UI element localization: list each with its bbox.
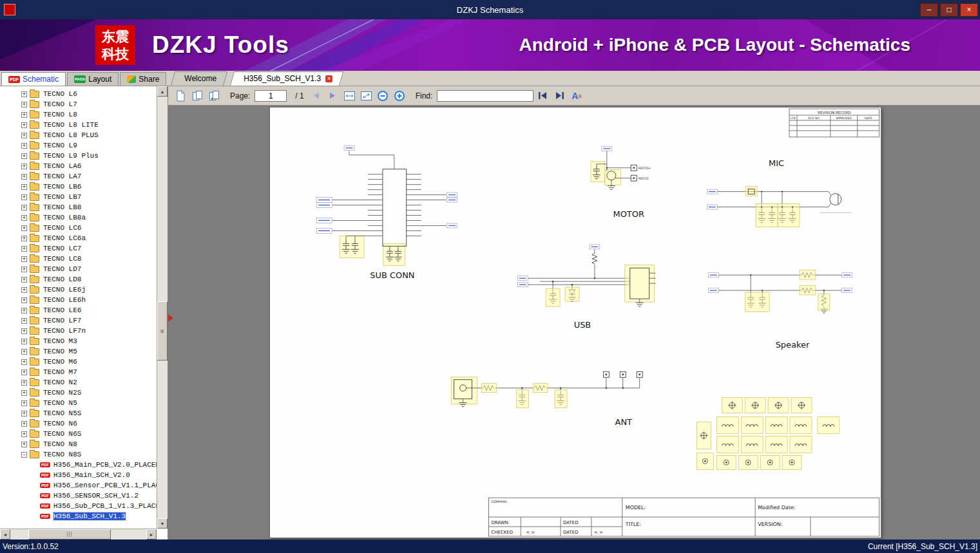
scroll-up-icon[interactable]: ▲ (157, 86, 168, 97)
expand-icon[interactable]: + (21, 318, 27, 324)
tree-folder-row[interactable]: + TECNO M3 (0, 336, 157, 346)
expand-icon[interactable]: + (21, 184, 27, 190)
tree-file-row[interactable]: PDF H356_Sensor_PCB_V1.1_PLAC (0, 480, 157, 491)
expand-icon[interactable]: + (21, 122, 27, 128)
tree-folder-row[interactable]: + TECNO LC8 (0, 254, 157, 264)
tab-close-icon[interactable]: × (325, 75, 332, 82)
tree-folder-row[interactable]: + TECNO LC6a (0, 233, 157, 243)
fit-width-button[interactable] (342, 88, 357, 103)
expand-icon[interactable]: + (21, 205, 27, 211)
tree-file-row[interactable]: PDF H356_Main_PCB_V2.0_PLACEM (0, 460, 157, 470)
tree-folder-row[interactable]: + TECNO LB6 (0, 182, 157, 192)
tree-folder-row[interactable]: - TECNO N8S (0, 449, 157, 460)
find-previous-button[interactable] (535, 88, 550, 103)
tree-file-row[interactable]: PDF H356_Sub_PCB_1_V1.3_PLACE (0, 501, 157, 511)
horizontal-scroll-track[interactable] (10, 529, 146, 539)
expand-icon[interactable]: + (21, 215, 27, 221)
tree-folder-row[interactable]: + TECNO N6S (0, 429, 157, 439)
facing-pages-icon[interactable] (190, 88, 205, 103)
expand-icon[interactable]: + (21, 308, 27, 314)
page-number-input[interactable] (255, 90, 287, 102)
tree-folder-row[interactable]: + TECNO LE6 (0, 305, 157, 315)
expand-icon[interactable]: + (21, 91, 27, 97)
tree-file-row[interactable]: PDF H356_Sub_SCH_V1.3 (0, 511, 157, 521)
tree-folder-row[interactable]: + TECNO L7 (0, 99, 157, 109)
expand-icon[interactable]: + (21, 236, 27, 241)
tree-folder-row[interactable]: + TECNO M5 (0, 346, 157, 357)
tree-folder-row[interactable]: + TECNO LC6 (0, 223, 157, 233)
tree-file-row[interactable]: PDF H356_SENSOR_SCH_V1.2 (0, 491, 157, 501)
tree-folder-row[interactable]: + TECNO LD7 (0, 264, 157, 274)
tab-layout[interactable]: PADS Layout (67, 72, 119, 86)
expand-icon[interactable]: + (21, 102, 27, 108)
expand-icon[interactable]: + (21, 421, 27, 427)
tree-folder-row[interactable]: + TECNO N8 (0, 439, 157, 449)
tree-folder-row[interactable]: + TECNO N6 (0, 418, 157, 429)
previous-page-button[interactable] (309, 88, 323, 103)
tree-folder-row[interactable]: + TECNO L8 (0, 109, 157, 120)
fit-page-button[interactable] (359, 88, 374, 103)
find-next-button[interactable] (552, 88, 567, 103)
tree-folder-row[interactable]: + TECNO M7 (0, 367, 157, 377)
tree-folder-row[interactable]: + TECNO LA6 (0, 161, 157, 171)
tree-folder-row[interactable]: + TECNO N2S (0, 388, 157, 398)
expand-icon[interactable]: + (21, 297, 27, 303)
expand-icon[interactable]: + (21, 267, 27, 272)
expand-icon[interactable]: + (21, 133, 27, 138)
sidebar-vertical-scrollbar[interactable]: ▲ ≡ ▼ (157, 86, 168, 529)
expand-icon[interactable]: + (21, 431, 27, 437)
tree-folder-row[interactable]: + TECNO M6 (0, 357, 157, 367)
tree-folder-row[interactable]: + TECNO LE6j (0, 285, 157, 295)
tree-folder-row[interactable]: + TECNO L9 (0, 140, 157, 151)
pdf-viewer[interactable]: REVISION RECORD LTR ECO NO APPROVED DATE (168, 106, 980, 539)
tab-share[interactable]: Share (120, 72, 166, 86)
vertical-scroll-thumb[interactable]: ≡ (157, 301, 168, 361)
expand-icon[interactable]: + (21, 277, 27, 283)
tree-folder-row[interactable]: + TECNO LC7 (0, 243, 157, 254)
expand-icon[interactable]: + (21, 225, 27, 231)
expand-icon[interactable]: + (21, 143, 27, 149)
zoom-in-button[interactable] (392, 88, 407, 103)
expand-icon[interactable]: + (21, 246, 27, 252)
next-page-button[interactable] (325, 88, 340, 103)
tree-folder-row[interactable]: + TECNO N2 (0, 377, 157, 388)
expand-icon[interactable]: + (21, 400, 27, 406)
tree-folder-row[interactable]: + TECNO LB8 (0, 202, 157, 212)
tree-folder-row[interactable]: + TECNO LB7 (0, 192, 157, 202)
tree-folder-row[interactable]: + TECNO L6 (0, 89, 157, 99)
tree-folder-row[interactable]: + TECNO L8 PLUS (0, 130, 157, 140)
tree-folder-row[interactable]: + TECNO LE6h (0, 295, 157, 305)
expand-icon[interactable]: + (21, 442, 27, 447)
expand-icon[interactable]: + (21, 390, 27, 396)
tree-folder-row[interactable]: + TECNO LA7 (0, 171, 157, 182)
expand-icon[interactable]: + (21, 174, 27, 180)
zoom-out-button[interactable] (376, 88, 390, 103)
expand-icon[interactable]: + (21, 411, 27, 417)
tree-folder-row[interactable]: + TECNO L9 Plus (0, 151, 157, 161)
expand-icon[interactable]: + (21, 370, 27, 375)
close-button[interactable]: × (960, 3, 978, 17)
expand-icon[interactable]: + (21, 256, 27, 262)
scroll-right-icon[interactable]: ► (146, 529, 157, 539)
single-page-icon[interactable] (173, 88, 188, 103)
find-input[interactable] (437, 90, 533, 102)
tree-folder-row[interactable]: + TECNO LF7n (0, 326, 157, 336)
text-size-button[interactable]: Aa (569, 88, 584, 103)
tree-file-row[interactable]: PDF H356_Main_SCH_V2.0 (0, 470, 157, 480)
tree-folder-row[interactable]: + TECNO N5 (0, 398, 157, 408)
tree-folder-row[interactable]: + TECNO N5S (0, 408, 157, 418)
expand-icon[interactable]: + (21, 194, 27, 200)
maximize-button[interactable]: □ (940, 3, 958, 17)
tree-folder-row[interactable]: + TECNO LD8 (0, 274, 157, 285)
multi-page-icon[interactable] (207, 88, 222, 103)
minimize-button[interactable]: – (920, 3, 938, 17)
expand-icon[interactable]: + (21, 380, 27, 386)
expand-icon[interactable]: + (21, 328, 27, 334)
vertical-scroll-track[interactable]: ≡ (157, 97, 168, 518)
tree-folder-row[interactable]: + TECNO LF7 (0, 315, 157, 326)
sidebar-collapse-arrow[interactable] (168, 314, 173, 322)
tree-folder-row[interactable]: + TECNO LB8a (0, 212, 157, 223)
horizontal-scroll-thumb[interactable] (28, 529, 111, 539)
expand-icon[interactable]: + (21, 349, 27, 355)
sidebar-horizontal-scrollbar[interactable]: ◄ ► (0, 529, 157, 539)
